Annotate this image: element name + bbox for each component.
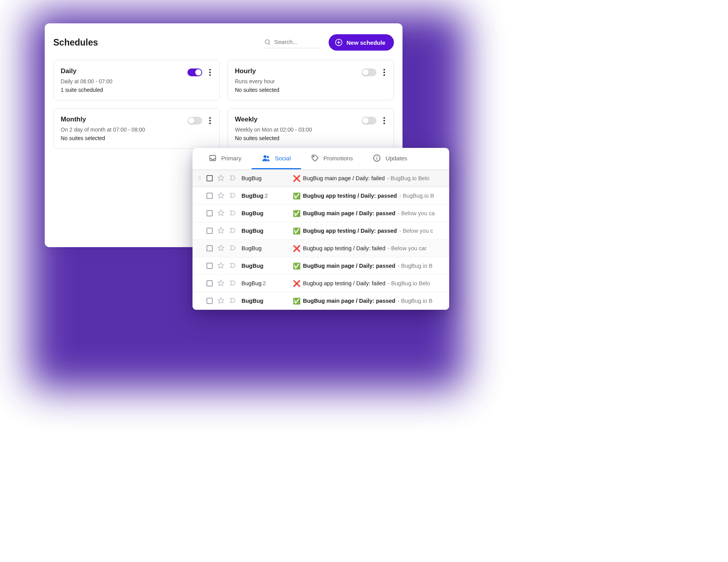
svg-line-1 <box>269 43 270 44</box>
mail-subject: ✅ BugBug main page / Daily: passed - Bug… <box>293 297 444 305</box>
mail-row[interactable]: ⠿ BugBug ❌ BugBug main page / Daily: fai… <box>192 170 449 187</box>
schedules-header: Schedules New schedule <box>53 34 394 51</box>
mail-subject: ✅ Bugbug app testing / Daily: passed - B… <box>293 227 444 235</box>
svg-marker-13 <box>218 192 224 198</box>
schedule-card[interactable]: Hourly Runs every hour No suites selecte… <box>228 60 394 100</box>
schedule-card-status: No suites selected <box>235 87 279 93</box>
mail-checkbox[interactable] <box>206 175 213 181</box>
mail-checkbox[interactable] <box>206 280 213 286</box>
search-input[interactable] <box>274 39 321 45</box>
kebab-menu-icon[interactable] <box>208 116 212 126</box>
mail-row[interactable]: ⠿ BugBug ✅ BugBug main page / Daily: pas… <box>192 292 449 310</box>
importance-icon[interactable] <box>229 174 237 183</box>
mail-row[interactable]: ⠿ BugBug ✅ BugBug main page / Daily: pas… <box>192 205 449 222</box>
svg-marker-12 <box>218 175 224 180</box>
tab-label: Primary <box>221 155 242 162</box>
new-schedule-button[interactable]: New schedule <box>329 34 394 51</box>
schedule-card-subtitle: Weekly on Mon at 02:00 - 03:00 <box>235 126 312 133</box>
svg-point-6 <box>263 155 266 158</box>
inbox-icon <box>209 154 217 162</box>
star-icon[interactable] <box>217 297 224 305</box>
mail-sender: BugBug <box>242 175 288 181</box>
schedule-card-subtitle: On 2 day of month at 07:00 - 08:00 <box>61 126 145 133</box>
kebab-menu-icon[interactable] <box>382 116 387 126</box>
schedule-card[interactable]: Monthly On 2 day of month at 07:00 - 08:… <box>53 108 220 149</box>
cross-icon: ❌ <box>293 245 301 252</box>
schedule-toggle[interactable] <box>362 117 376 125</box>
schedule-card-title: Daily <box>61 67 112 75</box>
svg-marker-17 <box>218 262 224 268</box>
inbox-tabs: Primary Social Promotions Updates <box>192 148 449 170</box>
star-icon[interactable] <box>217 262 224 270</box>
schedule-card-subtitle: Runs every hour <box>235 78 279 84</box>
tab-label: Social <box>275 155 291 162</box>
mail-sender: BugBug <box>242 245 288 251</box>
tab-primary[interactable]: Primary <box>199 148 252 169</box>
mail-sender: BugBug2 <box>242 193 288 199</box>
star-icon[interactable] <box>217 209 224 218</box>
schedule-card-title: Weekly <box>235 116 312 123</box>
tab-label: Updates <box>385 155 407 162</box>
schedule-toggle[interactable] <box>187 117 202 125</box>
star-icon[interactable] <box>217 174 224 183</box>
mail-checkbox[interactable] <box>206 210 213 216</box>
star-icon[interactable] <box>217 279 224 288</box>
svg-point-11 <box>376 156 377 157</box>
check-icon: ✅ <box>293 210 301 217</box>
mail-row[interactable]: ⠿ BugBug ✅ Bugbug app testing / Daily: p… <box>192 222 449 240</box>
tab-updates[interactable]: Updates <box>363 148 417 169</box>
check-icon: ✅ <box>293 192 301 200</box>
tab-social[interactable]: Social <box>252 148 301 169</box>
svg-marker-16 <box>218 245 224 250</box>
cross-icon: ❌ <box>293 175 301 182</box>
mail-sender: BugBug2 <box>242 280 288 286</box>
mail-sender: BugBug <box>242 228 288 234</box>
search-icon <box>264 39 271 46</box>
mail-row[interactable]: ⠿ BugBug2 ✅ Bugbug app testing / Daily: … <box>192 187 449 205</box>
importance-icon[interactable] <box>229 209 237 218</box>
mail-row[interactable]: ⠿ BugBug2 ❌ Bugbug app testing / Daily: … <box>192 275 449 292</box>
schedule-card[interactable]: Weekly Weekly on Mon at 02:00 - 03:00 No… <box>228 108 394 149</box>
mail-sender: BugBug <box>242 298 288 304</box>
importance-icon[interactable] <box>229 192 237 200</box>
importance-icon[interactable] <box>229 297 237 305</box>
kebab-menu-icon[interactable] <box>208 67 212 77</box>
info-icon <box>373 154 381 162</box>
svg-point-7 <box>267 156 269 158</box>
check-icon: ✅ <box>293 262 301 270</box>
cross-icon: ❌ <box>293 280 301 287</box>
schedule-toggle[interactable] <box>187 68 202 76</box>
star-icon[interactable] <box>217 244 224 253</box>
mail-checkbox[interactable] <box>206 193 213 199</box>
check-icon: ✅ <box>293 297 301 305</box>
star-icon[interactable] <box>217 227 224 235</box>
inbox-panel: Primary Social Promotions Updates ⠿ BugB… <box>192 148 449 310</box>
inbox-rows: ⠿ BugBug ❌ BugBug main page / Daily: fai… <box>192 170 449 310</box>
mail-checkbox[interactable] <box>206 228 213 234</box>
importance-icon[interactable] <box>229 262 237 270</box>
mail-subject: ✅ BugBug main page / Daily: passed - Bug… <box>293 262 444 270</box>
mail-subject: ❌ Bugbug app testing / Daily: failed - B… <box>293 280 444 287</box>
mail-checkbox[interactable] <box>206 245 213 251</box>
mail-checkbox[interactable] <box>206 263 213 269</box>
svg-marker-19 <box>218 297 224 303</box>
search-box[interactable] <box>263 37 322 48</box>
mail-subject: ❌ Bugbug app testing / Daily: failed - B… <box>293 245 444 252</box>
schedule-card-title: Hourly <box>235 67 279 75</box>
mail-checkbox[interactable] <box>206 298 213 304</box>
mail-row[interactable]: ⠿ BugBug ✅ BugBug main page / Daily: pas… <box>192 257 449 275</box>
importance-icon[interactable] <box>229 279 237 288</box>
schedule-toggle[interactable] <box>362 68 376 76</box>
people-icon <box>262 154 270 162</box>
drag-handle-icon[interactable]: ⠿ <box>198 176 202 181</box>
mail-subject: ✅ Bugbug app testing / Daily: passed - B… <box>293 192 444 200</box>
tab-promotions[interactable]: Promotions <box>301 148 363 169</box>
mail-subject: ❌ BugBug main page / Daily: failed - Bug… <box>293 175 444 182</box>
star-icon[interactable] <box>217 192 224 200</box>
kebab-menu-icon[interactable] <box>382 67 387 77</box>
importance-icon[interactable] <box>229 227 237 235</box>
schedule-card[interactable]: Daily Daily at 06:00 - 07:00 1 suite sch… <box>53 60 220 100</box>
importance-icon[interactable] <box>229 244 237 253</box>
schedule-card-title: Monthly <box>61 116 145 123</box>
mail-row[interactable]: ⠿ BugBug ❌ Bugbug app testing / Daily: f… <box>192 240 449 257</box>
